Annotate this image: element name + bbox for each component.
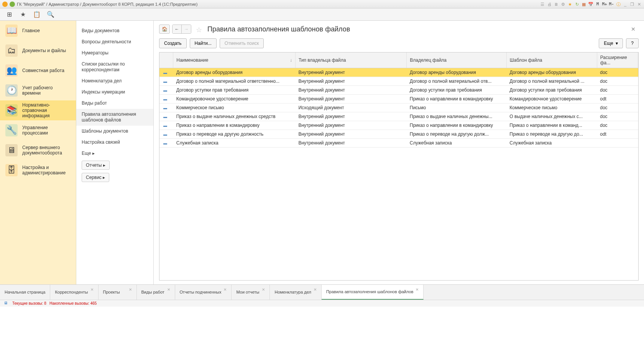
bottom-tab[interactable]: Виды работ✕ — [137, 285, 175, 300]
cell-name: Договор аренды оборудования — [173, 68, 296, 77]
subnav-item[interactable]: Индексы нумерации — [76, 87, 153, 98]
subnav-item[interactable]: Виды работ — [76, 98, 153, 109]
table-row[interactable]: ▬Договор аренды оборудованияВнутренний д… — [159, 68, 638, 77]
nav-back-button[interactable]: ← — [172, 25, 182, 33]
bottom-tab[interactable]: Проекты✕ — [99, 285, 137, 300]
subnav-item[interactable]: Еще ▸ — [76, 148, 153, 159]
tab-close-icon[interactable]: ✕ — [223, 287, 227, 292]
table-row[interactable]: ▬Договор уступки прав требованияВнутренн… — [159, 86, 638, 95]
sidebar-item[interactable]: 🗂Документы и файлы — [0, 41, 76, 61]
bottom-tab[interactable]: Правила автозаполнения шаблонов файлов✕ — [322, 285, 424, 300]
cell-ext: doc — [597, 86, 638, 95]
table-row[interactable]: ▬Приказ о переводе на другую должностьВн… — [159, 130, 638, 139]
find-button[interactable]: Найти... — [190, 38, 217, 48]
tb-calendar-icon[interactable]: 📅 — [588, 2, 593, 7]
close-icon[interactable]: ✕ — [636, 2, 642, 7]
tab-close-icon[interactable]: ✕ — [167, 287, 170, 292]
bottom-tab[interactable]: Отчеты подчиненных✕ — [175, 285, 232, 300]
sidebar-item[interactable]: 📖Главное — [0, 21, 76, 41]
cancel-search-button: Отменить поиск — [220, 38, 264, 48]
favorite-star-icon[interactable]: ☆ — [196, 26, 203, 33]
bottom-tab[interactable]: Корреспонденты✕ — [50, 285, 98, 300]
create-button[interactable]: Создать — [159, 38, 187, 48]
sidebar-item[interactable]: 🔧Управление процессами — [0, 120, 76, 140]
sidebar-label: Совместная работа — [22, 68, 71, 73]
sidebar-item[interactable]: 🖥Сервер внешнего документооборота — [0, 140, 76, 160]
main-area: 📖Главное🗂Документы и файлы👥Совместная ра… — [0, 21, 644, 284]
table-row[interactable]: ▬Командировочное удостоверениеВнутренний… — [159, 95, 638, 103]
table-row[interactable]: ▬Приказ о направлении в командировкуВнут… — [159, 121, 638, 130]
subnav-item[interactable]: Настройка связей — [76, 137, 153, 148]
tb-tool-icon[interactable]: 🗎 — [554, 2, 559, 7]
cell-type: Внутренний документ — [295, 121, 406, 130]
more-button[interactable]: Еще ▾ — [599, 38, 623, 48]
star-icon[interactable]: ★ — [19, 11, 27, 18]
table-row[interactable]: ▬Коммерческое письмоИсходящий документПи… — [159, 103, 638, 112]
sidebar-item[interactable]: 🗄Настройка и администрирование — [0, 160, 76, 180]
tab-close-icon[interactable]: ✕ — [416, 287, 419, 292]
tb-tool-icon[interactable]: 🖨 — [547, 2, 552, 7]
nav-fwd-button[interactable]: → — [182, 25, 191, 33]
cell-name: Коммерческое письмо — [173, 103, 296, 112]
tab-close-icon[interactable]: ✕ — [262, 287, 265, 292]
bottom-tab[interactable]: Начальная страница — [0, 285, 50, 300]
cell-owner: Приказ о направлении в командировку — [407, 121, 507, 130]
subnav-item[interactable]: Номенклатура дел — [76, 76, 153, 87]
mem-mplus[interactable]: M+ — [602, 2, 607, 7]
tb-calc-icon[interactable]: ▦ — [581, 2, 586, 7]
clipboard-icon[interactable]: 📋 — [33, 11, 41, 18]
row-icon: ▬ — [163, 132, 168, 136]
tb-tool-icon[interactable]: ☰ — [540, 2, 545, 7]
help-button[interactable]: ? — [626, 38, 639, 48]
min-icon[interactable]: _ — [623, 2, 628, 7]
tab-close-icon[interactable]: ✕ — [129, 287, 132, 292]
tb-tool-icon[interactable]: ⚙ — [560, 2, 566, 7]
bottom-tab[interactable]: Номенклатура дел✕ — [270, 285, 321, 300]
table-row[interactable]: ▬Приказ о выдаче наличных денежных средс… — [159, 112, 638, 121]
sidebar-item[interactable]: 🕐Учет рабочего времени — [0, 80, 76, 100]
nav-group: ← → — [172, 25, 191, 34]
sidebar-item[interactable]: 👥Совместная работа — [0, 61, 76, 80]
sidebar-label: Сервер внешнего документооборота — [22, 145, 71, 156]
cell-type: Внутренний документ — [295, 68, 406, 77]
mem-mminus[interactable]: M- — [609, 2, 614, 7]
subnav-item[interactable]: Нумераторы — [76, 48, 153, 59]
bottom-tab[interactable]: Мои отчеты✕ — [232, 285, 270, 300]
tab-close-icon[interactable]: ✕ — [314, 287, 317, 292]
col-ext[interactable]: Расширение фа... — [597, 53, 638, 68]
subnav-item[interactable]: Шаблоны документов — [76, 126, 153, 137]
max-icon[interactable]: ❐ — [629, 2, 635, 7]
subnav-item[interactable]: Правила автозаполнения шаблонов файлов — [76, 109, 153, 126]
cell-type: Внутренний документ — [295, 139, 406, 148]
pane-close-button[interactable]: ✕ — [628, 25, 639, 34]
table-row[interactable]: ▬Договор о полной материальной ответстве… — [159, 77, 638, 86]
mem-m[interactable]: M — [595, 2, 600, 7]
tb-refresh-icon[interactable]: ↻ — [574, 2, 580, 7]
cell-ext: doc — [597, 103, 638, 112]
row-icon: ▬ — [163, 115, 168, 119]
tab-label: Корреспонденты — [55, 290, 88, 295]
cell-name: Служебная записка — [173, 139, 296, 148]
col-owner[interactable]: Владелец файла — [407, 53, 507, 68]
subnav-button[interactable]: Отчеты ▸ — [82, 161, 110, 170]
cell-ext: doc — [597, 77, 638, 86]
tb-star-icon[interactable]: ★ — [567, 2, 573, 7]
table-body: ▬Договор аренды оборудованияВнутренний д… — [159, 68, 638, 148]
search-icon[interactable]: 🔍 — [47, 11, 54, 18]
table-row[interactable]: ▬Служебная запискаВнутренний документСлу… — [159, 139, 638, 148]
tab-label: Виды работ — [141, 290, 164, 295]
info-icon[interactable]: ⓘ — [616, 2, 621, 7]
subnav-item[interactable]: Списки рассылки по корреспондентам — [76, 59, 153, 76]
sidebar-item[interactable]: 📚Нормативно-справочная информация — [0, 100, 76, 120]
col-type[interactable]: Тип владельца файла — [295, 53, 406, 68]
cell-name: Командировочное удостоверение — [173, 95, 296, 103]
subnav-item[interactable]: Виды документов — [76, 25, 153, 36]
col-tmpl[interactable]: Шаблон файла — [506, 53, 597, 68]
cell-owner: Приказ о выдаче наличных денежны... — [407, 112, 507, 121]
tab-close-icon[interactable]: ✕ — [90, 287, 94, 292]
subnav-button[interactable]: Сервис ▸ — [82, 173, 109, 182]
subnav-item[interactable]: Вопросы деятельности — [76, 36, 153, 48]
apps-icon[interactable]: ⊞ — [5, 11, 13, 18]
col-name[interactable]: Наименование↓ — [173, 53, 296, 68]
home-button[interactable]: 🏠 — [159, 25, 170, 34]
